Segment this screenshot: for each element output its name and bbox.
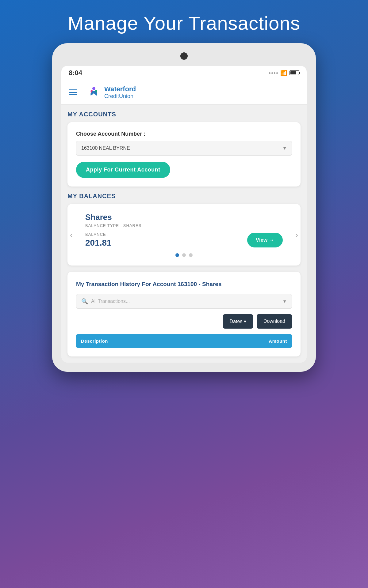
balance-amount-area: BALANCE : 201.81 [85,232,112,248]
status-bar: 8:04 📶 [61,66,307,80]
choose-account-label: Choose Account Number : [76,131,292,137]
chevron-down-icon: ▼ [282,146,287,151]
dates-filter-button[interactable]: Dates ▾ [223,314,253,329]
status-icons: 📶 [269,70,299,76]
battery-icon [289,70,299,75]
logo-text: Waterford CreditUnion [104,85,136,100]
balance-type-label: BALANCE TYPE : SHARES [85,223,283,228]
logo-area: Waterford CreditUnion [86,85,136,100]
balance-amount: 201.81 [85,238,112,248]
table-col-description: Description [81,338,108,344]
nav-bar: Waterford CreditUnion [61,80,307,105]
carousel-dot-1[interactable] [175,253,179,257]
balance-row: BALANCE : 201.81 View → [85,232,283,248]
carousel-prev-button[interactable]: ‹ [70,230,73,240]
balance-label: BALANCE : [85,232,112,237]
apply-current-account-button[interactable]: Apply For Current Account [76,162,170,178]
wifi-icon: 📶 [280,70,287,76]
my-balances-header: MY BALANCES [67,193,301,200]
table-header-bar: Description Amount [76,334,292,348]
search-dropdown-icon: ▼ [282,299,287,304]
phone-camera [180,52,188,60]
download-button[interactable]: Download [257,314,292,329]
page-title: Manage Your Transactions [49,0,319,43]
phone-device: 8:04 📶 [52,43,316,372]
table-col-amount: Amount [269,338,287,344]
signal-icon [269,72,278,74]
hamburger-menu-button[interactable] [69,89,77,95]
view-balance-button[interactable]: View → [247,233,283,247]
transaction-search-row[interactable]: 🔍 All Transactions... ▼ [76,294,292,309]
logo-name: Waterford [104,85,136,93]
balance-inner: Shares BALANCE TYPE : SHARES BALANCE : 2… [76,213,292,248]
logo-sub: CreditUnion [104,93,136,100]
carousel-next-button[interactable]: › [295,230,298,240]
balance-title: Shares [85,213,283,222]
carousel-dots [76,253,292,257]
accounts-card: Choose Account Number : 163100 NEAL BYRN… [67,122,301,187]
phone-screen: 8:04 📶 [61,66,307,363]
status-time: 8:04 [69,69,82,77]
search-icon: 🔍 [81,298,88,305]
content-area: MY ACCOUNTS Choose Account Number : 1631… [61,105,307,363]
svg-point-0 [92,87,95,90]
carousel-dot-2[interactable] [182,253,186,257]
account-number-select[interactable]: 163100 NEAL BYRNE ▼ [76,141,292,156]
action-row: Dates ▾ Download [76,314,292,329]
transaction-search-input[interactable]: All Transactions... [91,299,282,304]
transaction-history-title: My Transaction History For Account 16310… [76,280,292,288]
logo-icon [86,85,101,100]
carousel-dot-3[interactable] [189,253,193,257]
my-accounts-header: MY ACCOUNTS [67,111,301,118]
balances-card: ‹ Shares BALANCE TYPE : SHARES BALANCE :… [67,204,301,266]
transaction-history-card: My Transaction History For Account 16310… [67,272,301,356]
account-select-value: 163100 NEAL BYRNE [81,145,130,151]
